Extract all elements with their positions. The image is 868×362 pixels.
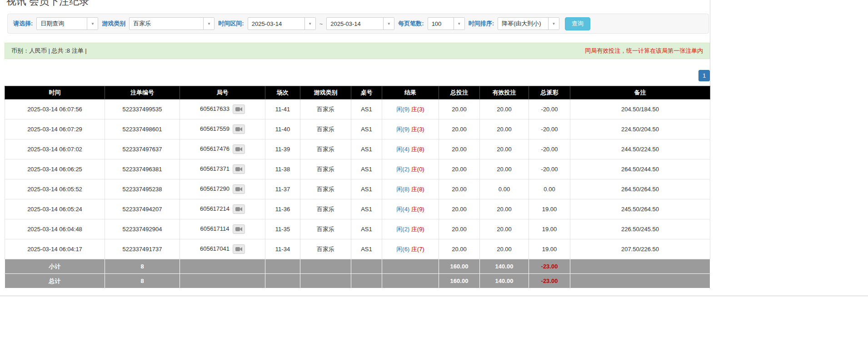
bet-id-cell: 522337492904	[105, 219, 180, 239]
page-bottom-divider	[0, 296, 868, 296]
chevron-down-icon[interactable]: ▼	[203, 18, 214, 30]
bet-id-cell: 522337494207	[105, 199, 180, 219]
video-replay-icon[interactable]	[233, 144, 245, 154]
column-header-5: 桌号	[351, 86, 382, 99]
table-body: 2025-03-14 06:07:56522337499535605617633…	[5, 99, 710, 288]
page-size-select[interactable]: 100 ▼	[428, 17, 465, 30]
total-bet-cell[interactable]: 20.00	[439, 219, 480, 239]
subtotal-row-empty-remark	[570, 259, 710, 274]
table-number-cell: AS1	[351, 139, 382, 159]
video-replay-icon[interactable]	[233, 104, 245, 114]
total-bet-cell[interactable]: 20.00	[439, 139, 480, 159]
date-to-select[interactable]: 2025-03-14 ▼	[326, 17, 394, 30]
table-header-row: 时间注单编号局号场次游戏类别桌号结果总投注有效投注总派彩备注	[5, 86, 710, 99]
bet-time-cell: 2025-03-14 06:07:02	[5, 139, 105, 159]
bet-time-cell: 2025-03-14 06:05:24	[5, 199, 105, 219]
chevron-down-icon[interactable]: ▼	[383, 18, 394, 30]
subtotal-row-empty-game	[300, 259, 351, 274]
round-number-cell: 605617476	[180, 139, 265, 159]
total-bet-cell[interactable]: 20.00	[439, 239, 480, 259]
column-header-4: 游戏类别	[300, 86, 351, 99]
chevron-down-icon[interactable]: ▼	[454, 18, 464, 30]
bet-id-cell: 522337495238	[105, 179, 180, 199]
total-bet-cell[interactable]: 20.00	[439, 179, 480, 199]
total-bet-cell[interactable]: 20.00	[439, 119, 480, 139]
round-number: 605617371	[200, 165, 229, 172]
result-cell: 闲(9) 庄(3)	[382, 119, 439, 139]
grand-total-row-total-bet: 160.00	[439, 274, 480, 288]
query-type-label: 请选择:	[13, 20, 33, 28]
date-from-select[interactable]: 2025-03-14 ▼	[248, 17, 316, 30]
payout-cell: 0.00	[529, 179, 570, 199]
session-cell: 11-37	[265, 179, 300, 199]
total-bet-cell[interactable]: 20.00	[439, 159, 480, 179]
column-header-3: 场次	[265, 86, 300, 99]
sort-select[interactable]: 降幂(由大到小) ▼	[498, 17, 559, 30]
valid-bet-cell: 20.00	[480, 119, 529, 139]
page-size-label: 每页笔数:	[398, 20, 424, 28]
bet-id-cell: 522337498601	[105, 119, 180, 139]
payout-cell: -20.00	[529, 159, 570, 179]
session-cell: 11-35	[265, 219, 300, 239]
bet-id-cell: 522337499535	[105, 99, 180, 119]
video-replay-icon[interactable]	[233, 204, 245, 214]
video-replay-icon[interactable]	[233, 244, 245, 254]
chevron-down-icon[interactable]: ▼	[548, 18, 559, 30]
round-number-cell: 605617214	[180, 199, 265, 219]
game-type-cell: 百家乐	[300, 139, 351, 159]
grand-total-row-payout-value: -23.00	[541, 278, 558, 284]
table-row: 2025-03-14 06:07:29522337498601605617559…	[5, 119, 710, 139]
result-banker: 庄(9)	[411, 226, 424, 233]
video-replay-icon[interactable]	[233, 164, 245, 174]
chevron-down-icon[interactable]: ▼	[87, 18, 98, 30]
game-type-cell: 百家乐	[300, 159, 351, 179]
summary-bar: 币别：人民币 | 总共 :8 注单 | 同局有效投注，统一计算在该局第一张注单内	[5, 43, 710, 59]
subtotal-row-valid-bet: 140.00	[480, 259, 529, 274]
round-number: 605617476	[200, 145, 229, 152]
remark-cell: 226.50/245.50	[570, 219, 710, 239]
page-button-1[interactable]: 1	[698, 70, 710, 81]
date-from-value: 2025-03-14	[248, 18, 304, 30]
table-row: 2025-03-14 06:05:24522337494207605617214…	[5, 199, 710, 219]
round-number-cell: 605617371	[180, 159, 265, 179]
sort-label: 时间排序:	[469, 20, 494, 28]
game-type-cell: 百家乐	[300, 219, 351, 239]
video-replay-icon[interactable]	[233, 184, 245, 194]
round-number-cell: 605617633	[180, 99, 265, 119]
result-player: 闲(8)	[396, 186, 409, 193]
result-player: 闲(4)	[396, 206, 409, 213]
round-number-cell: 605617290	[180, 179, 265, 199]
table-number-cell: AS1	[351, 199, 382, 219]
table-number-cell: AS1	[351, 119, 382, 139]
result-banker: 庄(8)	[411, 186, 424, 193]
table-number-cell: AS1	[351, 219, 382, 239]
grand-total-row: 总计8160.00140.00-23.00	[5, 274, 710, 288]
search-button[interactable]: 查询	[565, 17, 590, 30]
payout-cell: -20.00	[529, 119, 570, 139]
result-player: 闲(6)	[396, 246, 409, 253]
total-bet-cell[interactable]: 20.00	[439, 199, 480, 219]
round-number: 605617559	[200, 125, 229, 132]
result-banker: 庄(3)	[411, 106, 424, 113]
round-number: 605617633	[200, 105, 229, 112]
video-replay-icon[interactable]	[233, 224, 245, 234]
sort-value: 降幂(由大到小)	[498, 18, 548, 30]
payout-cell: 19.00	[529, 199, 570, 219]
video-replay-icon[interactable]	[233, 124, 245, 134]
query-type-select[interactable]: 日期查询 ▼	[36, 17, 98, 30]
date-range-separator: ~	[319, 20, 323, 27]
result-player: 闲(9)	[396, 126, 409, 133]
table-number-cell: AS1	[351, 239, 382, 259]
game-type-select[interactable]: 百家乐 ▼	[129, 17, 215, 30]
round-number-cell: 605617114	[180, 219, 265, 239]
total-bet-cell[interactable]: 20.00	[439, 99, 480, 119]
grand-total-row-count: 8	[105, 274, 180, 288]
date-range-label: 时间区间:	[218, 20, 244, 28]
game-type-label: 游戏类别	[102, 20, 125, 28]
chevron-down-icon[interactable]: ▼	[304, 18, 315, 30]
column-header-9: 总派彩	[529, 86, 570, 99]
valid-bet-cell: 20.00	[480, 199, 529, 219]
grand-total-row-empty-round	[180, 274, 265, 288]
game-type-cell: 百家乐	[300, 99, 351, 119]
bet-time-cell: 2025-03-14 06:04:17	[5, 239, 105, 259]
